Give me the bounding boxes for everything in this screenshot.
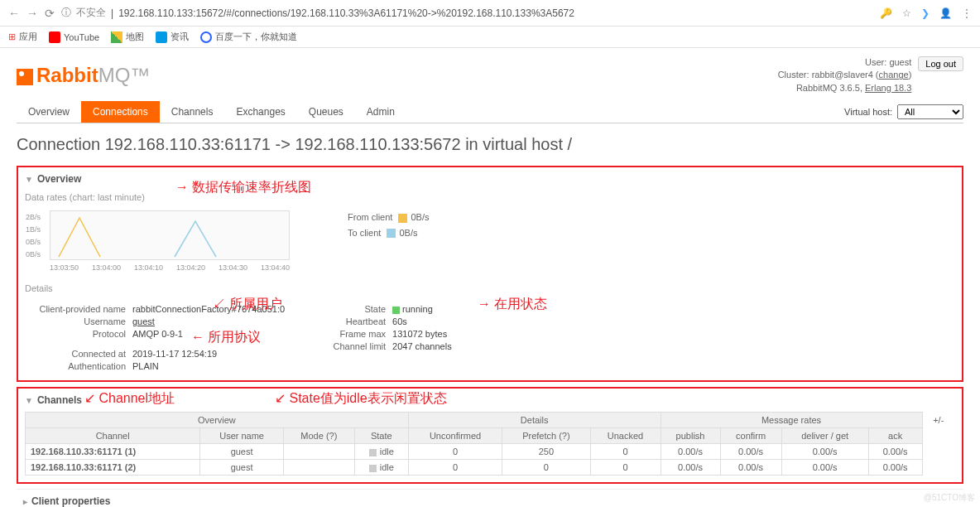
- details-label: Details: [25, 283, 955, 293]
- logout-button[interactable]: Log out: [918, 56, 963, 71]
- data-rates-label: Data rates (chart: last minute): [25, 192, 955, 202]
- data-rate-chart: 2B/s1B/s0B/s0B/s: [50, 210, 290, 260]
- overview-panel: ▼Overview → 数据传输速率折线图 Data rates (chart:…: [17, 166, 963, 382]
- info-icon: ⓘ: [61, 6, 71, 20]
- menu-icon[interactable]: ⋮: [962, 7, 972, 19]
- tab-channels[interactable]: Channels: [160, 101, 225, 123]
- table-header-groups: Overview Details Message rates +/-: [26, 413, 955, 428]
- channels-panel: ▼Channels ↙ Channel地址 ↙ State值为idle表示闲置状…: [17, 387, 963, 484]
- channels-header[interactable]: ▼Channels: [25, 392, 955, 408]
- apps-link[interactable]: ⊞应用: [8, 31, 37, 43]
- chart-x-axis: 13:03:5013:04:0013:04:1013:04:2013:04:30…: [50, 263, 290, 272]
- tab-exchanges[interactable]: Exchanges: [224, 101, 296, 123]
- details-right: Staterunning Heartbeat60s Frame max13107…: [318, 302, 452, 374]
- star-icon[interactable]: ☆: [902, 7, 911, 19]
- running-icon: [392, 307, 400, 314]
- insecure-label: 不安全: [76, 6, 106, 20]
- chevron-down-icon: ▼: [25, 396, 33, 405]
- details-left: Client-provided namerabbitConnectionFact…: [25, 302, 285, 374]
- back-icon[interactable]: ←: [8, 7, 20, 20]
- main-tabs: Overview Connections Channels Exchanges …: [17, 101, 963, 123]
- channels-table: Overview Details Message rates +/- Chann…: [25, 412, 955, 476]
- map-link[interactable]: 地图: [111, 31, 144, 43]
- address-bar[interactable]: ⓘ 不安全 | 192.168.110.133:15672/#/connecti…: [61, 6, 873, 20]
- change-cluster-link[interactable]: change: [879, 70, 909, 80]
- bird-icon[interactable]: ❯: [921, 7, 930, 19]
- annotation-proto: ← 所用协议: [191, 329, 261, 346]
- tab-overview[interactable]: Overview: [17, 101, 81, 123]
- chart-legend: From client 0B/s To client 0B/s: [348, 207, 429, 243]
- profile-icon[interactable]: 👤: [939, 7, 952, 19]
- logo: RabbitMQ™: [17, 64, 150, 87]
- overview-header[interactable]: ▼Overview: [25, 171, 955, 187]
- client-properties-section[interactable]: ▸Client properties: [17, 489, 963, 507]
- key-icon[interactable]: 🔑: [880, 7, 892, 19]
- columns-toggle[interactable]: +/-: [922, 413, 955, 428]
- browser-right: 🔑 ☆ ❯ 👤 ⋮: [880, 7, 972, 19]
- logo-icon: [17, 69, 33, 85]
- page-header: RabbitMQ™ User: guest Cluster: rabbit@sl…: [17, 48, 963, 94]
- browser-toolbar: ← → ⟳ ⓘ 不安全 | 192.168.110.133:15672/#/co…: [0, 0, 980, 27]
- forward-icon[interactable]: →: [26, 7, 38, 20]
- reload-icon[interactable]: ⟳: [45, 7, 55, 20]
- table-row[interactable]: 192.168.110.33:61171 (2)guestidle 000 0.…: [26, 460, 955, 476]
- youtube-link[interactable]: YouTube: [49, 31, 99, 43]
- chevron-right-icon: ▸: [23, 497, 27, 506]
- chart-y-axis: 2B/s1B/s0B/s0B/s: [26, 211, 41, 261]
- chevron-down-icon: ▼: [25, 175, 33, 184]
- table-row[interactable]: 192.168.110.33:61171 (1)guestidle 02500 …: [26, 444, 955, 460]
- table-header-cols: ChannelUser nameMode (?)State Unconfirme…: [26, 428, 955, 444]
- baidu-link[interactable]: 百度一下，你就知道: [200, 31, 297, 43]
- tab-admin[interactable]: Admin: [355, 101, 406, 123]
- bookmark-bar: ⊞应用 YouTube 地图 资讯 百度一下，你就知道: [0, 27, 980, 48]
- page-title: Connection 192.168.110.33:61171 -> 192.1…: [17, 135, 963, 154]
- vhost-label: Virtual host:: [844, 107, 892, 117]
- tab-connections[interactable]: Connections: [81, 101, 160, 123]
- tab-queues[interactable]: Queues: [297, 101, 355, 123]
- chart-svg: [50, 211, 291, 261]
- url-text: 192.168.110.133:15672/#/connections/192.…: [118, 7, 574, 19]
- erlang-link[interactable]: Erlang 18.3: [865, 83, 911, 93]
- watermark: @51CTO博客: [924, 492, 975, 504]
- news-link[interactable]: 资讯: [156, 31, 189, 43]
- vhost-select[interactable]: All: [897, 104, 963, 119]
- header-meta: User: guest Cluster: rabbit@slaver4 (cha…: [778, 56, 912, 94]
